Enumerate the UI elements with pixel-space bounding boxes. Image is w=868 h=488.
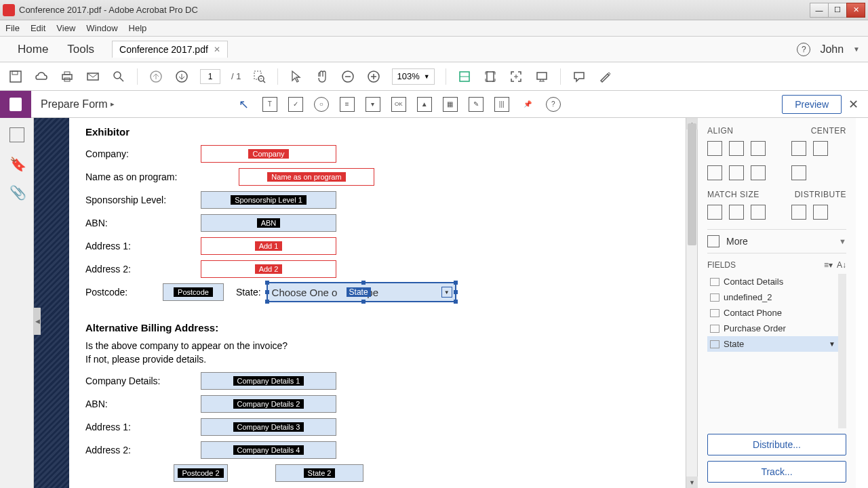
prepare-form-label[interactable]: Prepare Form [41,98,108,110]
state2-field[interactable]: State 2 [275,464,363,482]
preview-button[interactable]: Preview [782,95,842,114]
zoom-dropdown[interactable]: 103%▼ [392,68,434,85]
field-item-selected[interactable]: State▼ [707,336,838,352]
align-middle-icon[interactable] [729,165,744,180]
thumbnails-icon[interactable] [9,127,24,142]
align-center-icon[interactable] [729,141,744,156]
distribute-h-icon[interactable] [791,205,806,220]
state-dropdown[interactable]: Choose One o State pe ▼ [267,282,456,302]
highlight-icon[interactable] [597,69,612,84]
comment-icon[interactable] [572,69,587,84]
dropdown-arrow-icon[interactable]: ▼ [441,287,452,298]
center-h-icon[interactable] [791,141,806,156]
tab-document[interactable]: Conference 2017.pdf ✕ [112,41,228,58]
image-tool-icon[interactable]: ▲ [417,97,432,112]
company-details-1-field[interactable]: Company Details 1 [201,372,336,390]
minimize-button[interactable]: — [810,3,829,18]
company-details-4-field[interactable]: Company Details 4 [201,441,336,459]
fit-width-icon[interactable] [457,69,472,84]
distribute-v-icon[interactable] [813,205,828,220]
help-icon[interactable]: ? [797,43,810,56]
distribute-button[interactable]: Distribute... [707,434,846,455]
button-tool-icon[interactable]: OK [391,97,406,112]
company-details-2-field[interactable]: Company Details 2 [201,395,336,413]
collapse-nav-icon[interactable]: ◀ [34,308,41,335]
company-details-3-field[interactable]: Company Details 3 [201,418,336,436]
field-item[interactable]: Contact Phone [707,305,838,321]
company-field[interactable]: Company [201,145,336,163]
hand-tool-icon[interactable] [315,69,330,84]
close-button[interactable]: ✕ [846,3,865,18]
align-right-icon[interactable] [751,141,766,156]
print-icon[interactable] [60,69,75,84]
barcode-tool-icon[interactable]: ||| [494,97,509,112]
match-both-icon[interactable] [751,205,766,220]
mail-icon[interactable] [85,69,100,84]
document-page[interactable]: Exhibitor Company: Company Name as on pr… [69,118,686,488]
scroll-thumb[interactable] [688,123,696,245]
checkbox-tool-icon[interactable]: ✓ [288,97,303,112]
menu-file[interactable]: File [5,23,20,33]
track-button[interactable]: Track... [707,461,846,483]
save-icon[interactable] [8,69,23,84]
selection-tool-icon[interactable] [289,69,304,84]
read-mode-icon[interactable] [534,69,549,84]
match-width-icon[interactable] [707,205,722,220]
zoom-in-icon[interactable] [366,69,381,84]
center-both-icon[interactable] [791,165,806,180]
user-name[interactable]: John [820,43,844,56]
sort-order-icon[interactable]: ≡▾ [824,260,833,270]
postcode-field[interactable]: Postcode [163,283,224,301]
scroll-down-icon[interactable]: ▼ [686,476,698,488]
find-page-icon[interactable] [252,69,267,84]
page-number-input[interactable] [200,69,220,84]
address1-field[interactable]: Add 1 [201,237,336,255]
tab-tools[interactable]: Tools [58,39,104,60]
next-page-icon[interactable] [174,69,189,84]
menu-view[interactable]: View [56,23,75,33]
attachments-icon[interactable]: 📎 [9,184,24,199]
field-item[interactable]: undefined_2 [707,289,838,305]
text-field-tool-icon[interactable]: T [262,97,277,112]
name-field[interactable]: Name as on program [239,168,374,186]
more-row[interactable]: More ▼ [707,229,846,253]
listbox-tool-icon[interactable]: ≡ [340,97,355,112]
prepare-form-icon[interactable] [0,91,31,118]
match-height-icon[interactable] [729,205,744,220]
align-bottom-icon[interactable] [751,165,766,180]
field-dropdown-icon[interactable]: ▼ [829,340,835,348]
menu-window[interactable]: Window [86,23,117,33]
tab-close-icon[interactable]: ✕ [214,45,220,54]
address2-field[interactable]: Add 2 [201,260,336,278]
maximize-button[interactable]: ☐ [828,3,847,18]
zoom-out-icon[interactable] [340,69,355,84]
sort-az-icon[interactable]: A↓ [837,260,846,270]
postcode2-field[interactable]: Postcode 2 [174,464,228,482]
fit-visible-icon[interactable] [509,69,524,84]
tab-home[interactable]: Home [8,39,58,60]
abn-field[interactable]: ABN [201,214,336,232]
close-tool-icon[interactable]: ✕ [848,97,859,112]
prev-page-icon[interactable] [149,69,163,84]
align-left-icon[interactable] [707,141,722,156]
center-v-icon[interactable] [813,141,828,156]
fit-page-icon[interactable] [483,69,498,84]
menu-help[interactable]: Help [129,23,147,33]
field-item[interactable]: Contact Details [707,274,838,289]
cloud-icon[interactable] [34,69,49,84]
pin-tool-icon[interactable]: 📌 [520,97,535,112]
bookmarks-icon[interactable]: 🔖 [9,156,24,171]
align-top-icon[interactable] [707,165,722,180]
user-dropdown-icon[interactable]: ▼ [853,45,860,53]
vertical-scrollbar[interactable]: ▲ ▼ [686,118,697,488]
signature-tool-icon[interactable]: ✎ [469,97,484,112]
search-icon[interactable] [111,69,126,84]
prepare-form-dropdown-icon[interactable]: ▸ [111,100,115,108]
menu-edit[interactable]: Edit [31,23,45,33]
form-help-icon[interactable]: ? [546,97,561,112]
date-tool-icon[interactable]: ▦ [443,97,458,112]
radio-tool-icon[interactable]: ○ [314,97,329,112]
select-tool-icon[interactable]: ↖ [237,97,252,112]
field-item[interactable]: Purchase Order [707,321,838,336]
sponsorship-field[interactable]: Sponsorship Level 1 [201,191,336,209]
